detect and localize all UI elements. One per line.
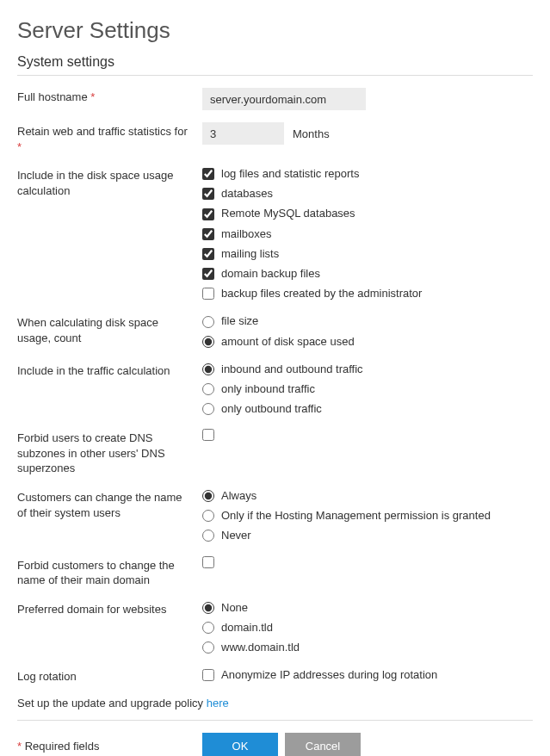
disk-count-file-size-label: file size (221, 313, 258, 329)
disk-usage-mailboxes-label: mailboxes (221, 226, 272, 242)
retain-label: Retain web and traffic statistics for (17, 125, 188, 138)
disk-usage-log-files-label: log files and statistic reports (221, 166, 359, 182)
disk-count-label: When calculating disk space usage, count (17, 313, 202, 345)
sysusers-permission-radio[interactable] (202, 510, 214, 522)
forbid-dns-checkbox[interactable] (202, 429, 214, 441)
traffic-calc-label: Include in the traffic calculation (17, 362, 202, 379)
disk-usage-mailing-lists-label: mailing lists (221, 246, 279, 262)
disk-usage-mailing-lists-checkbox[interactable] (202, 248, 214, 260)
retain-unit: Months (293, 127, 330, 140)
disk-usage-label: Include in the disk space usage calculat… (17, 166, 202, 198)
preferred-domain-label: Preferred domain for websites (17, 600, 202, 617)
log-rotation-anonymize-checkbox[interactable] (202, 669, 214, 681)
disk-usage-remote-mysql-label: Remote MySQL databases (221, 206, 355, 221)
cancel-button[interactable]: Cancel (285, 733, 361, 756)
required-star-icon: * (17, 140, 22, 153)
disk-usage-admin-backup-label: backup files created by the administrato… (221, 286, 422, 301)
forbid-main-domain-checkbox[interactable] (202, 556, 214, 568)
disk-count-file-size-radio[interactable] (202, 316, 214, 328)
retain-input[interactable] (202, 122, 284, 145)
forbid-dns-label: Forbid users to create DNS subzones in o… (17, 429, 202, 476)
disk-usage-domain-backup-checkbox[interactable] (202, 268, 214, 280)
section-divider (17, 75, 533, 76)
page-title: Server Settings (17, 17, 533, 44)
forbid-main-domain-label: Forbid customers to change the name of t… (17, 556, 202, 588)
required-star-icon: * (17, 740, 22, 753)
footer-divider (17, 720, 533, 721)
disk-count-amount-radio[interactable] (202, 336, 214, 348)
traffic-outbound-label: only outbound traffic (221, 401, 322, 417)
disk-usage-remote-mysql-checkbox[interactable] (202, 208, 214, 220)
required-fields-text: Required fields (25, 740, 100, 753)
customers-sysusers-label: Customers can change the name of their s… (17, 488, 202, 520)
sysusers-always-label: Always (221, 488, 256, 504)
disk-usage-domain-backup-label: domain backup files (221, 266, 320, 282)
preferred-domain-bare-radio[interactable] (202, 622, 214, 634)
disk-usage-log-files-checkbox[interactable] (202, 168, 214, 180)
hostname-input[interactable] (202, 88, 366, 110)
disk-usage-mailboxes-checkbox[interactable] (202, 228, 214, 240)
disk-usage-databases-checkbox[interactable] (202, 188, 214, 200)
ok-button[interactable]: OK (202, 733, 278, 756)
hostname-label: Full hostname (17, 90, 88, 103)
log-rotation-label: Log rotation (17, 667, 202, 685)
disk-count-amount-label: amount of disk space used (221, 334, 355, 350)
traffic-both-label: inbound and outbound traffic (221, 362, 363, 377)
traffic-inbound-radio[interactable] (202, 383, 214, 395)
sysusers-permission-label: Only if the Hosting Management permissio… (221, 508, 491, 524)
preferred-domain-none-label: None (221, 600, 248, 616)
policy-link[interactable]: here (207, 697, 229, 710)
section-title: System settings (17, 54, 533, 70)
traffic-outbound-radio[interactable] (202, 403, 214, 415)
disk-usage-admin-backup-checkbox[interactable] (202, 288, 214, 300)
required-star-icon: * (90, 90, 95, 103)
preferred-domain-none-radio[interactable] (202, 602, 214, 614)
preferred-domain-www-radio[interactable] (202, 641, 214, 654)
disk-usage-databases-label: databases (221, 186, 273, 201)
preferred-domain-www-label: www.domain.tld (221, 640, 300, 655)
sysusers-never-radio[interactable] (202, 530, 214, 542)
sysusers-never-label: Never (221, 528, 251, 543)
traffic-inbound-label: only inbound traffic (221, 381, 315, 397)
policy-text: Set up the update and upgrade policy her… (17, 697, 533, 710)
required-fields-note: * Required fields (17, 740, 202, 753)
preferred-domain-bare-label: domain.tld (221, 620, 273, 635)
traffic-both-radio[interactable] (202, 363, 214, 375)
log-rotation-anonymize-label: Anonymize IP addresses during log rotati… (221, 667, 437, 683)
policy-prefix: Set up the update and upgrade policy (17, 697, 207, 710)
sysusers-always-radio[interactable] (202, 490, 214, 502)
